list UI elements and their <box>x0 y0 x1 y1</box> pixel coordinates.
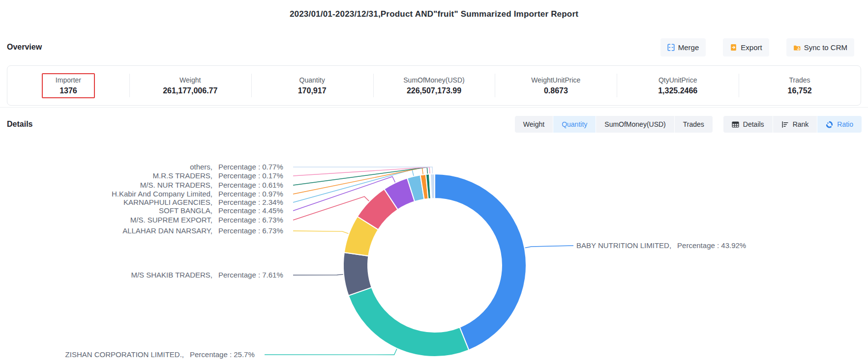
importer-share-donut-chart: BABY NUTRITION LIMITED,Percentage : 43.9… <box>0 138 868 364</box>
tab-label: Trades <box>683 120 704 128</box>
tab-sumofmoney-usd[interactable]: SumOfMoney(USD) <box>596 116 674 133</box>
pie-label-baby-nutrition-limited: BABY NUTRITION LIMITED,Percentage : 43.9… <box>576 241 746 251</box>
pie-label-name: ALLAHAR DAN NARSARY, <box>122 226 212 235</box>
overview-heading: Overview <box>7 43 42 52</box>
pie-label-percentage: Percentage : 6.73% <box>212 215 290 225</box>
sync-icon <box>793 44 801 51</box>
tab-label: Quantity <box>562 120 587 128</box>
export-icon <box>730 44 737 51</box>
stat-label: QtyUnitPrice <box>658 76 697 84</box>
pie-label-percentage: Percentage : 0.97% <box>212 189 290 199</box>
stat-card-sumofmoney-usd: SumOfMoney(USD)226,507,173.99 <box>373 66 495 105</box>
rank-view-button[interactable]: Rank <box>773 116 817 133</box>
metric-tabs: WeightQuantitySumOfMoney(USD)Trades <box>515 116 713 133</box>
action-label: Sync to CRM <box>804 43 847 52</box>
view-button-label: Rank <box>793 120 809 128</box>
pie-label-name: M.R.S TRADERS, <box>153 171 212 180</box>
details-heading: Details <box>7 120 32 129</box>
view-button-label: Ratio <box>837 120 853 128</box>
tab-weight[interactable]: Weight <box>515 116 553 133</box>
pie-label-percentage: Percentage : 6.73% <box>212 226 290 236</box>
pie-label-name: KARNAPHULI AGENCIES, <box>123 198 212 206</box>
stat-box: Quantity170,917 <box>284 73 340 98</box>
sync-to-crm-button[interactable]: Sync to CRM <box>786 38 854 56</box>
pie-label-percentage: Percentage : 0.61% <box>212 180 290 190</box>
pie-label-m-s-shakib-traders: M/S SHAKIB TRADERS,Percentage : 7.61% <box>131 270 290 280</box>
stat-value: 170,917 <box>298 86 327 95</box>
stat-card-weight: Weight261,177,006.77 <box>129 66 251 105</box>
pie-label-allahar-dan-narsary: ALLAHAR DAN NARSARY,Percentage : 6.73% <box>122 226 290 236</box>
stat-value: 16,752 <box>788 86 812 95</box>
action-label: Merge <box>678 43 699 52</box>
pie-label-m-r-s-traders: M.R.S TRADERS,Percentage : 0.17% <box>153 171 290 181</box>
label-line-m-s-shakib-traders <box>293 274 344 275</box>
label-line-zishan-corporation-limited <box>265 348 397 355</box>
stat-value: 0.8673 <box>544 86 568 95</box>
label-line-m-r-s-traders <box>293 167 430 176</box>
pie-label-name: ZISHAN CORPORATION LIMITED., <box>65 350 184 359</box>
pie-label-name: M/S. NUR TRADERS, <box>140 181 212 189</box>
pie-label-name: H.Kabir And Company Limited, <box>112 190 212 198</box>
tab-label: Weight <box>523 120 544 128</box>
pie-label-percentage: Percentage : 7.61% <box>212 270 290 280</box>
section-divider <box>0 107 868 108</box>
stat-box: WeightUnitPrice0.8673 <box>517 73 594 98</box>
tab-label: SumOfMoney(USD) <box>604 120 665 128</box>
export-button[interactable]: Export <box>723 38 769 56</box>
pie-label-name: M/S SHAKIB TRADERS, <box>131 271 212 279</box>
pie-slice-baby-nutrition-limited[interactable] <box>435 174 526 350</box>
stat-label: Importer <box>56 76 81 84</box>
details-view-button[interactable]: Details <box>723 116 773 133</box>
stat-box: Trades16,752 <box>774 73 826 98</box>
importer-highlight-box: Importer1376 <box>42 73 95 98</box>
stat-value: 1,325.2466 <box>658 86 697 95</box>
stat-box: Weight261,177,006.77 <box>149 73 231 98</box>
pie-label-m-s-nur-traders: M/S. NUR TRADERS,Percentage : 0.61% <box>140 180 290 190</box>
importer-report-page: 2023/01/01-2023/12/31,Product AND"fruit"… <box>0 0 868 364</box>
overview-header: Overview Merge Export Sync to CRM <box>7 37 854 57</box>
donut-chart-svg <box>0 138 868 364</box>
stat-label: SumOfMoney(USD) <box>403 76 464 84</box>
pie-label-others: others,Percentage : 0.77% <box>190 162 290 172</box>
page-title: 2023/01/01-2023/12/31,Product AND"fruit"… <box>0 9 868 19</box>
pie-label-name: BABY NUTRITION LIMITED, <box>576 241 671 250</box>
pie-label-percentage: Percentage : 0.77% <box>212 162 290 172</box>
rank-icon <box>781 121 789 128</box>
stat-value: 1376 <box>60 86 77 95</box>
action-label: Export <box>741 43 762 52</box>
stat-label: Weight <box>180 76 201 84</box>
merge-icon <box>667 44 675 51</box>
stat-card-trades: Trades16,752 <box>739 66 861 105</box>
pie-slice-zishan-corporation-limited[interactable] <box>349 287 469 357</box>
pie-label-name: M/S. SUPREM EXPORT, <box>130 216 212 224</box>
stat-card-qtyunitprice: QtyUnitPrice1,325.2466 <box>617 66 739 105</box>
pie-label-karnaphuli-agencies: KARNAPHULI AGENCIES,Percentage : 2.34% <box>123 197 290 207</box>
stat-card-weightunitprice: WeightUnitPrice0.8673 <box>495 66 617 105</box>
stat-box: QtyUnitPrice1,325.2466 <box>644 73 711 98</box>
pie-label-soft-bangla: SOFT BANGLA,Percentage : 4.45% <box>159 206 290 216</box>
pie-label-percentage: Percentage : 0.17% <box>212 171 290 181</box>
stat-label: Trades <box>789 76 810 84</box>
stat-value: 261,177,006.77 <box>163 86 217 95</box>
pie-label-m-s-suprem-export: M/S. SUPREM EXPORT,Percentage : 6.73% <box>130 215 290 225</box>
pie-label-percentage: Percentage : 4.45% <box>212 206 290 216</box>
details-header: Details WeightQuantitySumOfMoney(USD)Tra… <box>7 116 862 133</box>
view-buttons: Details Rank Ratio <box>723 116 862 133</box>
pie-slice-others[interactable] <box>430 174 435 198</box>
tab-trades[interactable]: Trades <box>675 116 713 133</box>
ratio-view-button[interactable]: Ratio <box>817 116 862 133</box>
pie-slice-m-s-shakib-traders[interactable] <box>343 252 372 296</box>
pie-label-percentage: Percentage : 25.7% <box>184 350 262 360</box>
pie-label-percentage: Percentage : 43.92% <box>671 241 746 251</box>
merge-button[interactable]: Merge <box>660 38 706 56</box>
tab-quantity[interactable]: Quantity <box>553 116 596 133</box>
pie-label-percentage: Percentage : 2.34% <box>212 197 290 207</box>
stat-card-importer: Importer1376 <box>7 66 129 105</box>
view-button-label: Details <box>743 120 764 128</box>
ratio-icon <box>826 121 833 128</box>
overview-stats-bar: Importer1376Weight261,177,006.77Quantity… <box>7 65 861 106</box>
stat-label: Quantity <box>299 76 325 84</box>
stat-box: SumOfMoney(USD)226,507,173.99 <box>389 73 478 98</box>
stat-label: WeightUnitPrice <box>531 76 580 84</box>
pie-label-name: others, <box>190 163 212 171</box>
